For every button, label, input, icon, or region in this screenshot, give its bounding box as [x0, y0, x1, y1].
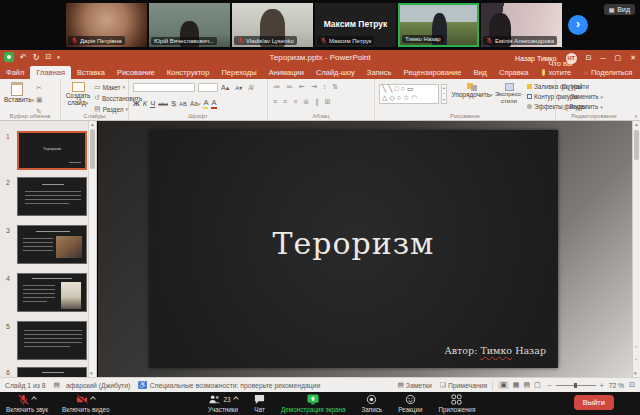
minimize-button[interactable]: ─ [601, 55, 606, 62]
slide-thumbnail[interactable] [17, 273, 87, 312]
tab-review[interactable]: Рецензирование [397, 66, 467, 79]
scrollbar-thumb[interactable] [90, 129, 95, 169]
align-left-icon[interactable]: ≡ [273, 98, 277, 106]
restore-button[interactable]: ▢ [615, 54, 622, 62]
participant-tile-active-speaker[interactable]: Тимко Назар [398, 3, 479, 47]
collapse-ribbon-icon[interactable]: ∧ [634, 113, 638, 119]
unmute-button[interactable]: Включить звук [6, 394, 48, 413]
highlight-color-button[interactable]: А [203, 98, 208, 109]
justify-icon[interactable]: ≣ [303, 98, 309, 106]
grow-font-icon[interactable]: А▴ [221, 84, 229, 92]
slide-title[interactable]: Тероризм [149, 226, 558, 261]
slide-counter[interactable]: Слайд 1 из 8 [5, 382, 46, 389]
reading-view-icon[interactable]: ▤ [523, 381, 530, 389]
participant-tile[interactable]: Юрій Вячеславович... [149, 3, 230, 47]
next-participants-button[interactable]: › [568, 15, 588, 35]
font-color-button[interactable]: А [211, 98, 216, 109]
accessibility-status[interactable]: Специальные возможности: проверьте реком… [150, 382, 320, 389]
slide-thumbnail[interactable] [17, 225, 87, 264]
thumbnail-scrollbar[interactable]: ▴ ▾ [88, 121, 96, 377]
bold-button[interactable]: Ж [133, 99, 140, 108]
audio-options-chevron[interactable] [31, 396, 37, 402]
participant-tile[interactable]: Емілія Александрова [481, 3, 562, 47]
share-button[interactable]: ◌ Поделиться [584, 66, 640, 79]
arrange-button[interactable]: Упорядочить▾ [451, 83, 493, 99]
zoom-slider[interactable] [556, 385, 596, 386]
tab-transitions[interactable]: Переходы [215, 66, 262, 79]
tab-slideshow[interactable]: Слайд-шоу [310, 66, 361, 79]
numbering-icon[interactable]: ≕ [286, 83, 293, 91]
tab-view[interactable]: Вид [467, 66, 493, 79]
zoom-out-icon[interactable]: − [548, 382, 552, 389]
next-slide-icon[interactable]: ⌄ [634, 355, 638, 361]
comments-toggle[interactable]: Примечания [448, 382, 487, 389]
tab-home[interactable]: Главная [30, 66, 71, 79]
slideshow-view-icon[interactable]: ▢ [534, 381, 541, 389]
current-slide[interactable]: Тероризм Автор: Тимко Назар [149, 130, 558, 368]
participants-button[interactable]: 23 Участники [208, 394, 238, 413]
zoom-slider-knob[interactable] [574, 383, 577, 388]
find-button[interactable]: Найти [562, 83, 603, 90]
shrink-font-icon[interactable]: А▾ [235, 84, 242, 91]
bullets-icon[interactable]: ≔ [273, 83, 280, 91]
shapes-gallery[interactable]: ╲╲□○▭△◇○☆◠ [379, 84, 439, 104]
start-video-button[interactable]: Включить видео [62, 394, 110, 413]
slide-thumbnail-selected[interactable]: Тероризм [17, 131, 87, 170]
tab-design[interactable]: Конструктор [161, 66, 216, 79]
participant-tile[interactable]: Vladislav Lysenko [232, 3, 313, 47]
scroll-down-icon[interactable]: ▾ [90, 370, 93, 376]
indent-decrease-icon[interactable]: ⇤ [299, 83, 305, 91]
slide-thumbnail[interactable] [17, 321, 87, 360]
participant-tile[interactable]: Дарія Петрівна [66, 3, 147, 47]
ribbon-display-options-icon[interactable]: ⊡ [586, 54, 592, 62]
new-slide-button[interactable]: Создать слайд▾ [63, 82, 93, 107]
font-size-select[interactable] [198, 83, 218, 92]
participant-tile[interactable]: Максим Петрук Тимко Назар Максим Петрук [315, 3, 396, 47]
close-button[interactable]: ✕ [630, 54, 636, 62]
select-button[interactable]: ▢Выделить▾ [562, 103, 603, 110]
slide-author[interactable]: Автор: Тимко Назар [445, 345, 546, 356]
slide-sorter-view-icon[interactable]: ▦ [513, 381, 520, 389]
document-scrollbar[interactable]: ▴ ⌃ ⌄ ▾ [632, 121, 640, 377]
tab-help[interactable]: Справка [493, 66, 534, 79]
apps-button[interactable]: Приложения [438, 394, 475, 413]
chat-button[interactable]: Чат [254, 394, 265, 413]
clear-formatting-icon[interactable]: А̸ [248, 84, 253, 91]
smartart-convert-icon[interactable]: ⊞ [325, 98, 331, 106]
notes-toggle[interactable]: Заметки [406, 382, 432, 389]
quick-styles-button[interactable]: Экспресс-стили [491, 83, 527, 105]
copy-icon[interactable]: ▣ [36, 96, 43, 104]
scrollbar-thumb[interactable] [634, 130, 639, 160]
reactions-button[interactable]: Реакции [398, 394, 422, 413]
leave-meeting-button[interactable]: Выйти [574, 395, 614, 410]
tell-me-box[interactable]: Что вы хотите сделать? [542, 66, 584, 79]
text-shadow-button[interactable]: S [171, 99, 176, 108]
zoom-level[interactable]: 72 % [609, 382, 625, 389]
tab-animations[interactable]: Анимации [263, 66, 310, 79]
strikethrough-button[interactable]: abc [158, 101, 168, 107]
screen-share-button[interactable]: Демонстрация экрана [281, 394, 345, 413]
align-right-icon[interactable]: ≡ [293, 98, 297, 106]
line-spacing-icon[interactable]: ↕ [323, 83, 327, 91]
previous-slide-icon[interactable]: ⌃ [634, 345, 638, 351]
zoom-in-icon[interactable]: + [600, 382, 604, 389]
paste-button[interactable]: Вставить▾ [4, 82, 30, 104]
normal-view-icon[interactable]: ▣ [498, 381, 509, 389]
tab-file[interactable]: Файл [0, 66, 30, 79]
indent-increase-icon[interactable]: ⇥ [311, 83, 317, 91]
slide-thumbnail[interactable] [17, 177, 87, 216]
underline-button[interactable]: Ч [150, 99, 155, 108]
tab-insert[interactable]: Вставка [71, 66, 111, 79]
replace-button[interactable]: abЗаменить▾ [562, 93, 603, 100]
italic-button[interactable]: К [143, 99, 147, 108]
change-case-button[interactable]: Аа▾ [190, 100, 201, 107]
scroll-down-icon[interactable]: ▾ [634, 370, 637, 376]
columns-icon[interactable]: ∥ [315, 98, 319, 106]
language-status[interactable]: афарский (Джибути) [66, 382, 130, 389]
tab-draw[interactable]: Рисование [111, 66, 161, 79]
font-name-select[interactable] [133, 83, 195, 92]
video-options-chevron[interactable] [90, 396, 96, 402]
character-spacing-button[interactable]: АВ [179, 101, 187, 107]
view-button[interactable]: ▦ Вид [604, 4, 635, 15]
participants-chevron[interactable] [233, 396, 239, 402]
